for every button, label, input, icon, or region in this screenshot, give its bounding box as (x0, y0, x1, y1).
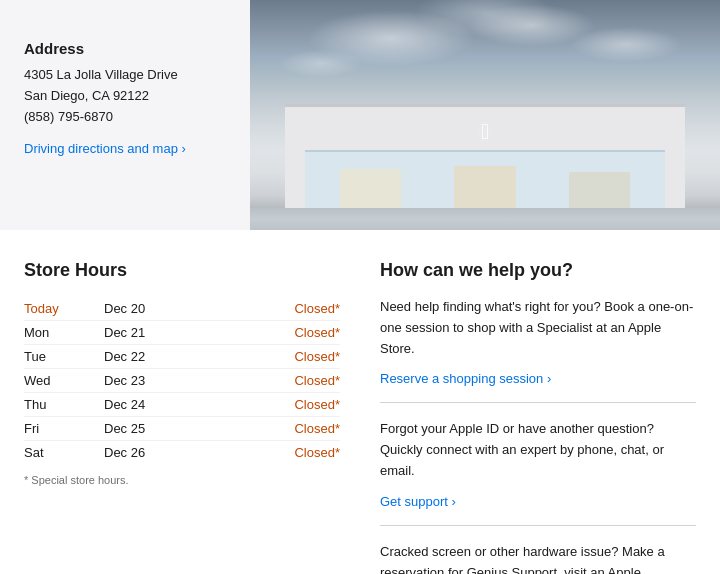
get-support-link[interactable]: Get support › (380, 494, 696, 509)
help-para1: Need help finding what's right for you? … (380, 297, 696, 359)
date-cell: Dec 20 (104, 301, 270, 316)
hours-row: FriDec 25Closed* (24, 417, 340, 441)
day-cell: Wed (24, 373, 104, 388)
day-cell: Sat (24, 445, 104, 460)
hours-footnote: * Special store hours. (24, 474, 340, 486)
store-image:  (250, 0, 720, 230)
store-hours-title: Store Hours (24, 260, 340, 281)
top-section: Address 4305 La Jolla Village Drive San … (0, 0, 720, 230)
hours-table: TodayDec 20Closed*MonDec 21Closed*TueDec… (24, 297, 340, 464)
date-cell: Dec 25 (104, 421, 270, 436)
hours-row: WedDec 23Closed* (24, 369, 340, 393)
apple-logo-icon:  (481, 119, 489, 145)
hours-row: TueDec 22Closed* (24, 345, 340, 369)
address-phone: (858) 795-6870 (24, 109, 113, 124)
address-panel: Address 4305 La Jolla Village Drive San … (0, 0, 250, 230)
store-photo:  (250, 0, 720, 230)
day-cell: Thu (24, 397, 104, 412)
help-title: How can we help you? (380, 260, 696, 281)
help-para3: Cracked screen or other hardware issue? … (380, 542, 696, 574)
status-cell: Closed* (270, 445, 340, 460)
address-label: Address (24, 40, 226, 57)
divider-2 (380, 525, 696, 526)
store-facade:  (285, 104, 685, 231)
hours-row: MonDec 21Closed* (24, 321, 340, 345)
interior-display-1 (340, 169, 402, 213)
directions-link[interactable]: Driving directions and map › (24, 141, 226, 156)
day-cell: Today (24, 301, 104, 316)
date-cell: Dec 23 (104, 373, 270, 388)
address-line1: 4305 La Jolla Village Drive (24, 67, 178, 82)
date-cell: Dec 24 (104, 397, 270, 412)
date-cell: Dec 22 (104, 349, 270, 364)
store-floor (250, 208, 720, 230)
date-cell: Dec 21 (104, 325, 270, 340)
store-building:  (250, 104, 720, 231)
interior-display-3 (569, 172, 631, 209)
help-para2: Forgot your Apple ID or have another que… (380, 419, 696, 481)
divider-1 (380, 402, 696, 403)
help-panel: How can we help you? Need help finding w… (380, 260, 696, 574)
day-cell: Tue (24, 349, 104, 364)
day-cell: Mon (24, 325, 104, 340)
status-cell: Closed* (270, 349, 340, 364)
status-cell: Closed* (270, 325, 340, 340)
hours-row: TodayDec 20Closed* (24, 297, 340, 321)
hours-row: SatDec 26Closed* (24, 441, 340, 464)
status-cell: Closed* (270, 397, 340, 412)
address-text: 4305 La Jolla Village Drive San Diego, C… (24, 65, 226, 127)
bottom-section: Store Hours TodayDec 20Closed*MonDec 21C… (0, 230, 720, 574)
address-line2: San Diego, CA 92122 (24, 88, 149, 103)
status-cell: Closed* (270, 301, 340, 316)
status-cell: Closed* (270, 373, 340, 388)
status-cell: Closed* (270, 421, 340, 436)
reserve-session-link[interactable]: Reserve a shopping session › (380, 371, 696, 386)
day-cell: Fri (24, 421, 104, 436)
store-hours-panel: Store Hours TodayDec 20Closed*MonDec 21C… (24, 260, 340, 574)
date-cell: Dec 26 (104, 445, 270, 460)
hours-row: ThuDec 24Closed* (24, 393, 340, 417)
